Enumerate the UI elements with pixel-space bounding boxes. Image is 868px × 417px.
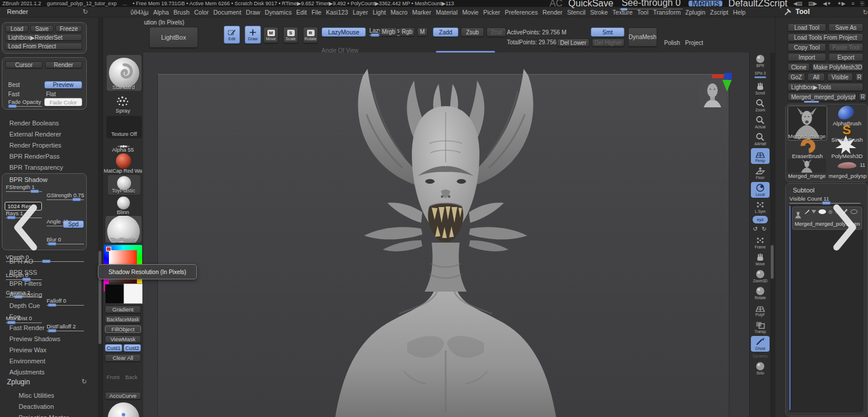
tool-name-r-button[interactable]: R: [859, 93, 867, 101]
zcut-button[interactable]: Zcut: [486, 27, 506, 37]
del-lower-button[interactable]: Del Lower: [557, 38, 590, 47]
hand-next-icon[interactable]: ✦▶: [837, 1, 845, 6]
texture-off-button[interactable]: Texture Off: [106, 115, 142, 139]
secondary-color-swatch[interactable]: [124, 283, 143, 304]
visible-count-slider[interactable]: Visible Count 11: [789, 195, 860, 204]
zplugin-item[interactable]: Projection Master: [9, 412, 97, 417]
render-section-item[interactable]: BPR Transparency: [0, 162, 93, 173]
menu-item[interactable]: Kasi123: [325, 9, 350, 16]
spix-slider[interactable]: SPix 3: [751, 70, 770, 79]
accucurve-button[interactable]: AccuCurve: [105, 392, 141, 400]
render-section-item[interactable]: External Renderer: [0, 128, 93, 139]
menu-item[interactable]: Color: [193, 9, 210, 16]
merged-small-thumbnail[interactable]: [788, 159, 826, 173]
best-button[interactable]: Best: [8, 82, 20, 88]
xyz-button[interactable]: xyz: [753, 216, 768, 223]
rotate-arrows-icon[interactable]: ↺ ↻: [751, 225, 770, 233]
scale-button[interactable]: S Scale: [283, 27, 298, 43]
menu-item[interactable]: Alpha: [152, 9, 170, 16]
menu-item[interactable]: Transform: [652, 9, 682, 16]
render-palette-title[interactable]: Render: [7, 8, 28, 15]
palette-prev-icon[interactable]: ◀▤: [793, 1, 802, 6]
menu-item[interactable]: Picker: [482, 9, 501, 16]
mrgb-button[interactable]: Mrgb: [380, 27, 397, 36]
subtool-scrollbar[interactable]: [789, 206, 791, 410]
move-button[interactable]: Move: [751, 251, 770, 267]
floor-button[interactable]: Floor: [751, 165, 770, 181]
load-from-project-button[interactable]: Load From Project: [5, 43, 82, 50]
merged-poly-icon[interactable]: [838, 162, 856, 169]
goz-r-button[interactable]: R: [855, 73, 863, 81]
local-button[interactable]: Local: [751, 182, 770, 198]
front-button[interactable]: Front: [107, 374, 119, 380]
actual-button[interactable]: Actual: [751, 114, 770, 130]
clear-all-button[interactable]: Clear All: [105, 354, 141, 362]
quicksave-button[interactable]: QuickSave: [569, 0, 613, 9]
render-button[interactable]: Render: [45, 61, 82, 68]
edit-button[interactable]: Edit: [224, 26, 240, 44]
cust1-button[interactable]: Cust1: [105, 344, 122, 352]
render-section-item[interactable]: BPR SSS: [0, 267, 93, 278]
render-save-button[interactable]: Save: [30, 25, 54, 32]
dynamic-label[interactable]: Dynamic: [751, 353, 770, 359]
render-section-item[interactable]: BPR Filters: [0, 278, 93, 289]
gradient-button[interactable]: Gradient: [105, 306, 141, 313]
menu-item[interactable]: Zscript: [709, 9, 730, 16]
goz-visible-button[interactable]: Visible: [827, 73, 853, 81]
zplugin-title[interactable]: Zplugin: [7, 378, 30, 386]
rgb-button[interactable]: Rgb: [400, 27, 415, 36]
ac-label[interactable]: AC: [549, 0, 562, 9]
menu-item[interactable]: Stroke: [589, 9, 609, 16]
scroll-button[interactable]: Scroll: [751, 80, 770, 96]
load-tools-from-project-button[interactable]: Load Tools From Project: [788, 33, 863, 41]
aahalf-button[interactable]: AAHalf: [751, 131, 770, 147]
menu-item[interactable]: File: [310, 9, 323, 16]
menu-item[interactable]: Render: [541, 9, 563, 16]
spray-stroke-icon[interactable]: [115, 95, 130, 107]
cust2-button[interactable]: Cust2: [124, 344, 141, 352]
lightbox-renderset-button[interactable]: Lightbox▶RenderSet: [5, 34, 82, 41]
menu-item[interactable]: Stencil: [566, 9, 587, 16]
blinn-icon[interactable]: [117, 197, 130, 209]
menu-item[interactable]: Tool: [636, 9, 650, 16]
zplugin-refresh-icon[interactable]: ↻: [82, 378, 87, 386]
menus-button[interactable]: Menus: [689, 1, 722, 6]
render-section-item[interactable]: Depth Cue: [0, 300, 93, 311]
prev-page-chevron[interactable]: [10, 203, 41, 252]
render-section-item[interactable]: Preview Shadows: [0, 333, 93, 344]
alpha-icon[interactable]: [117, 141, 130, 145]
backfacemask-button[interactable]: BackfaceMask: [105, 316, 141, 323]
tool-refresh-icon[interactable]: ↻: [863, 9, 868, 16]
menu-item[interactable]: Material: [435, 9, 458, 16]
polish-button[interactable]: Polish: [664, 40, 680, 46]
demon-sculpture[interactable]: [265, 56, 626, 417]
lsym-button[interactable]: L.Sym: [751, 199, 770, 215]
zplugin-item[interactable]: Deactivation: [9, 401, 97, 412]
menu-item[interactable]: Document: [212, 9, 242, 16]
palette-next-icon[interactable]: ▤▶: [808, 1, 817, 6]
make-polymesh3d-button[interactable]: Make PolyMesh3D: [812, 63, 863, 71]
menu-item[interactable]: Marker: [411, 9, 433, 16]
printer-icon[interactable]: ⎘: [860, 1, 865, 7]
menu-item[interactable]: Movie: [461, 9, 479, 16]
default-zscript-button[interactable]: DefaultZScript: [728, 0, 787, 9]
rotate-button[interactable]: Rotate: [751, 285, 770, 301]
render-section-item[interactable]: Render Properties: [0, 139, 93, 150]
menu-item[interactable]: Preferences: [504, 9, 539, 16]
tool-name-slider[interactable]: [804, 101, 819, 103]
frame-button[interactable]: Frame: [751, 234, 770, 250]
menu-item[interactable]: Zplugin: [684, 9, 706, 16]
render-section-item[interactable]: Antialiasing: [0, 289, 93, 300]
persp-button[interactable]: Persp: [751, 148, 770, 164]
solo-button[interactable]: Solo: [751, 360, 770, 376]
cursor-button[interactable]: Cursor: [5, 61, 43, 68]
subtool-eye-icon[interactable]: [818, 209, 826, 214]
zadd-button[interactable]: Zadd: [433, 27, 458, 37]
load-tool-button[interactable]: Load Tool: [788, 23, 826, 31]
bpr-button[interactable]: BPR: [751, 53, 770, 69]
blur-slider[interactable]: Blur 0: [47, 236, 84, 244]
fstrength-slider[interactable]: FStrength 1: [6, 184, 42, 192]
subtool-arrow-icon[interactable]: [811, 210, 816, 213]
menu-item[interactable]: Draw: [245, 9, 262, 16]
viewmask-button[interactable]: ViewMask: [105, 335, 141, 343]
